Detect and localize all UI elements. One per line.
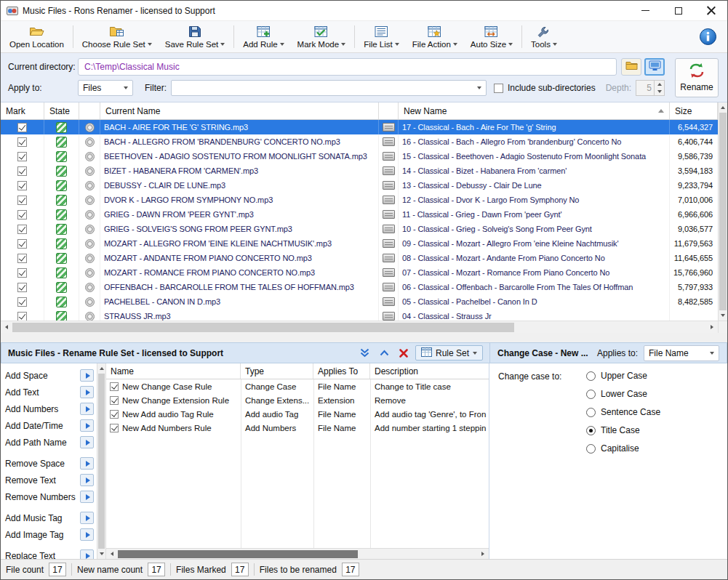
add-rule-arrow-button[interactable] [80, 386, 94, 398]
toolbar-button-auto-size[interactable]: Auto Size [464, 21, 519, 52]
applies-to-select[interactable]: File Name [644, 345, 719, 361]
scroll-up-button[interactable] [719, 102, 727, 113]
maximize-button[interactable] [662, 1, 695, 21]
file-row[interactable]: MOZART - ROMANCE FROM PIANO CONCERTO NO.… [1, 265, 718, 280]
move-up-button[interactable] [377, 347, 392, 358]
add-rule-add-image-tag[interactable]: Add Image Tag [5, 526, 95, 543]
column-header-state[interactable]: State [44, 102, 79, 119]
rules-column-description[interactable]: Description [370, 363, 489, 379]
add-rule-replace-text[interactable]: Replace Text [5, 547, 95, 559]
mark-checkbox[interactable] [17, 297, 27, 307]
rules-column-type[interactable]: Type [241, 363, 313, 379]
delete-rule-button[interactable] [396, 348, 411, 358]
file-row[interactable]: BEETHOVEN - ADAGIO SOSTENUTO FROM MOONLI… [1, 149, 718, 164]
add-rule-add-text[interactable]: Add Text [5, 384, 95, 400]
file-row[interactable]: PACHELBEL - CANON IN D.mp305 - Classical… [1, 294, 718, 309]
toolbar-button-add-rule[interactable]: Add Rule [236, 21, 290, 52]
scroll-up-button[interactable] [97, 363, 105, 374]
file-row[interactable]: DVOR K - LARGO FROM SYMPHONY NO.mp312 - … [1, 193, 718, 207]
file-row[interactable]: STRAUSS JR.mp304 - Classical - Strauss J… [1, 309, 718, 321]
scroll-right-button[interactable] [706, 321, 718, 333]
add-rule-remove-text[interactable]: Remove Text [5, 472, 95, 488]
collapse-all-button[interactable] [357, 347, 372, 358]
add-rule-arrow-button[interactable] [80, 474, 94, 486]
rules-table-horizontal-scrollbar[interactable] [106, 548, 489, 559]
apply-to-select[interactable]: Files [78, 80, 133, 96]
rule-set-button[interactable]: Rule Set [415, 345, 483, 361]
case-option-title-case[interactable]: Title Case [586, 425, 660, 435]
column-header-mark[interactable]: Mark [1, 102, 44, 119]
add-rule-add-space[interactable]: Add Space [5, 367, 95, 384]
file-table-horizontal-scrollbar[interactable] [1, 321, 727, 333]
rule-row[interactable]: New Change Extension RuleChange Extens..… [106, 393, 489, 407]
rename-button[interactable]: Rename [675, 58, 719, 97]
file-row[interactable]: MOZART - ANDANTE FROM PIANO CONCERTO NO.… [1, 251, 718, 265]
mark-checkbox[interactable] [17, 137, 27, 147]
mark-checkbox[interactable] [17, 181, 27, 190]
mark-checkbox[interactable] [17, 254, 27, 263]
add-rule-arrow-button[interactable] [80, 457, 94, 470]
mark-checkbox[interactable] [17, 210, 27, 219]
file-row[interactable]: MOZART - ALLEGRO FROM 'EINE KLEINE NACHT… [1, 236, 718, 251]
case-option-sentence-case[interactable]: Sentence Case [586, 407, 660, 417]
rule-row[interactable]: New Add audio Tag RuleAdd audio TagFile … [106, 407, 489, 421]
scroll-down-button[interactable] [97, 549, 105, 559]
rule-enabled-checkbox[interactable] [110, 410, 119, 419]
add-rule-arrow-button[interactable] [80, 512, 94, 524]
horizontal-scrollbar-thumb[interactable] [118, 550, 358, 558]
file-row[interactable]: GRIEG - DAWN FROM 'PEER GYNT'.mp311 - Cl… [1, 207, 718, 222]
rules-column-applies-to[interactable]: Applies To [313, 363, 370, 379]
spinner-down-button[interactable] [655, 88, 664, 95]
column-header-new-name[interactable]: New Name [399, 102, 670, 119]
case-option-lower-case[interactable]: Lower Case [586, 389, 660, 399]
filter-combo[interactable] [171, 80, 487, 96]
scroll-down-button[interactable] [719, 310, 727, 321]
file-row[interactable]: BACH - ALLEGRO FROM 'BRANDENBURG' CONCER… [1, 134, 718, 149]
info-button[interactable] [699, 28, 717, 46]
mark-checkbox[interactable] [17, 123, 27, 132]
browse-folder-button[interactable] [621, 58, 641, 76]
file-row[interactable]: BIZET - HABANERA FROM 'CARMEN'.mp314 - C… [1, 164, 718, 178]
rule-row[interactable]: New Change Case RuleChange CaseFile Name… [106, 379, 489, 393]
add-rule-arrow-button[interactable] [80, 491, 94, 503]
add-rule-arrow-button[interactable] [80, 436, 94, 448]
mark-checkbox[interactable] [17, 283, 27, 292]
rule-buttons-scrollbar[interactable] [97, 363, 106, 559]
scroll-left-button[interactable] [1, 321, 12, 333]
mark-checkbox[interactable] [17, 225, 27, 234]
current-directory-input[interactable]: C:\Temp\Classical Music [78, 58, 617, 76]
file-row[interactable]: BACH - AIRE FOR THE 'G' STRING.mp317 - C… [1, 120, 718, 134]
mark-checkbox[interactable] [17, 239, 27, 249]
close-button[interactable] [695, 1, 727, 21]
add-rule-arrow-button[interactable] [80, 369, 94, 382]
add-rule-arrow-button[interactable] [80, 528, 94, 541]
toolbar-button-file-action[interactable]: File Action [406, 21, 464, 52]
depth-spinner[interactable]: 5 [636, 80, 665, 96]
toolbar-button-open-location[interactable]: Open Location [3, 21, 71, 52]
spinner-up-button[interactable] [655, 81, 664, 88]
toolbar-button-choose-rule-set[interactable]: Choose Rule Set [76, 21, 159, 52]
case-option-capitalise[interactable]: Capitalise [586, 443, 660, 454]
add-rule-add-path-name[interactable]: Add Path Name [5, 434, 95, 451]
column-header-current-name[interactable]: Current Name [100, 102, 379, 119]
file-row[interactable]: GRIEG - SOLVEIG'S SONG FROM PEER GYNT.mp… [1, 222, 718, 236]
mark-checkbox[interactable] [17, 268, 27, 278]
mark-checkbox[interactable] [17, 152, 27, 161]
mark-checkbox[interactable] [17, 312, 27, 321]
scroll-left-button[interactable] [106, 549, 118, 559]
add-rule-add-music-tag[interactable]: Add Music Tag [5, 509, 95, 526]
add-rule-add-numbers[interactable]: Add Numbers [5, 400, 95, 417]
add-rule-arrow-button[interactable] [80, 419, 94, 432]
file-table-vertical-scrollbar[interactable] [718, 102, 727, 321]
file-row[interactable]: OFFENBACH - BARCAROLLE FROM THE TALES OF… [1, 280, 718, 294]
vertical-scrollbar-thumb[interactable] [719, 113, 727, 310]
rule-enabled-checkbox[interactable] [110, 396, 119, 405]
refresh-directory-button[interactable] [644, 58, 665, 76]
toolbar-button-mark-mode[interactable]: Mark Mode [291, 21, 353, 52]
add-rule-add-date-time[interactable]: Add Date/Time [5, 417, 95, 434]
mark-checkbox[interactable] [17, 196, 27, 205]
add-rule-remove-space[interactable]: Remove Space [5, 455, 95, 472]
vertical-scrollbar-thumb[interactable] [98, 374, 105, 549]
rule-enabled-checkbox[interactable] [110, 382, 119, 391]
column-header-size[interactable]: Size [670, 102, 718, 119]
